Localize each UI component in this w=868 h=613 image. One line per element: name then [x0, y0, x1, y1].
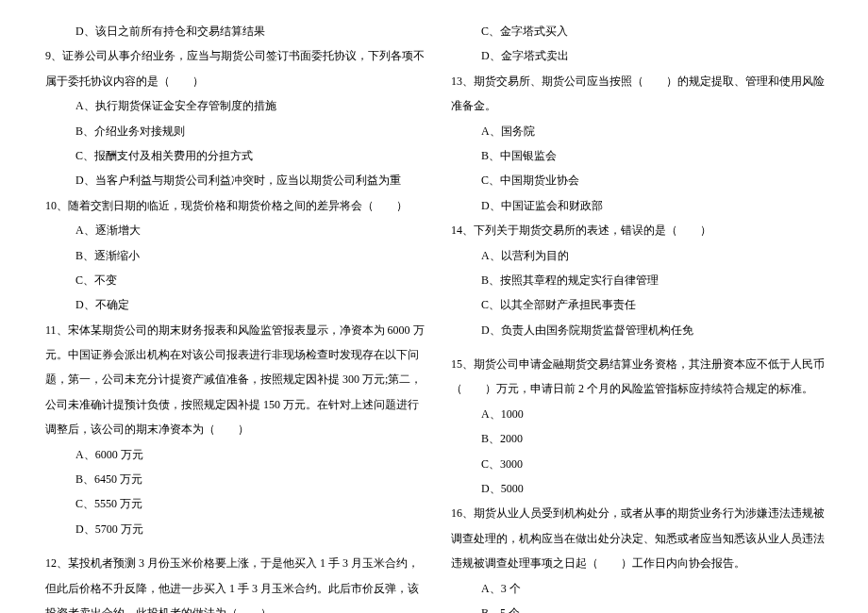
- q9-option-a: A、执行期货保证金安全存管制度的措施: [38, 93, 425, 118]
- q10-option-c: C、不变: [38, 268, 425, 292]
- page-content: D、该日之前所有持仓和交易结算结果 9、证券公司从事介绍业务，应当与期货公司签订…: [0, 19, 868, 613]
- q9-option-b: B、介绍业务对接规则: [38, 119, 425, 143]
- q15-option-c: C、3000: [443, 452, 830, 476]
- q11-option-c: C、5550 万元: [38, 491, 425, 516]
- q13-option-a: A、国务院: [443, 119, 830, 143]
- q14-option-c: C、以其全部财产承担民事责任: [443, 292, 830, 317]
- q15-option-d: D、5000: [443, 476, 830, 501]
- q14-question: 14、下列关于期货交易所的表述，错误的是（ ）: [443, 218, 830, 242]
- q11-option-a: A、6000 万元: [38, 442, 425, 467]
- q10-option-d: D、不确定: [38, 292, 425, 317]
- q10-question: 10、随着交割日期的临近，现货价格和期货价格之间的差异将会（ ）: [38, 193, 425, 218]
- q11-option-b: B、6450 万元: [38, 467, 425, 491]
- q9-question: 9、证券公司从事介绍业务，应当与期货公司签订书面委托协议，下列各项不属于委托协议…: [38, 43, 425, 93]
- q9-option-d: D、当客户利益与期货公司利益冲突时，应当以期货公司利益为重: [38, 168, 425, 192]
- q13-option-c: C、中国期货业协会: [443, 168, 830, 192]
- q16-option-a: A、3 个: [443, 576, 830, 601]
- q10-option-a: A、逐渐增大: [38, 218, 425, 242]
- q14-option-d: D、负责人由国务院期货监督管理机构任免: [443, 318, 830, 342]
- q12-option-d: D、金字塔式卖出: [443, 43, 830, 68]
- q11-question: 11、宋体某期货公司的期末财务报表和风险监管报表显示，净资本为 6000 万元。…: [38, 318, 425, 442]
- q10-option-b: B、逐渐缩小: [38, 243, 425, 268]
- right-column: C、金字塔式买入 D、金字塔式卖出 13、期货交易所、期货公司应当按照（ ）的规…: [443, 19, 830, 613]
- q13-question: 13、期货交易所、期货公司应当按照（ ）的规定提取、管理和使用风险准备金。: [443, 69, 830, 119]
- q15-question: 15、期货公司申请金融期货交易结算业务资格，其注册资本应不低于人民币（ ）万元，…: [443, 352, 830, 402]
- q13-option-d: D、中国证监会和财政部: [443, 193, 830, 218]
- q15-option-b: B、2000: [443, 426, 830, 451]
- q13-option-b: B、中国银监会: [443, 143, 830, 168]
- q8-option-d: D、该日之前所有持仓和交易结算结果: [38, 19, 425, 43]
- q9-option-c: C、报酬支付及相关费用的分担方式: [38, 143, 425, 168]
- left-column: D、该日之前所有持仓和交易结算结果 9、证券公司从事介绍业务，应当与期货公司签订…: [38, 19, 425, 613]
- q11-option-d: D、5700 万元: [38, 517, 425, 541]
- q16-question: 16、期货从业人员受到机构处分，或者从事的期货业务行为涉嫌违法违规被调查处理的，…: [443, 501, 830, 575]
- q15-option-a: A、1000: [443, 402, 830, 426]
- q12-question: 12、某投机者预测 3 月份玉米价格要上涨，于是他买入 1 手 3 月玉米合约，…: [38, 551, 425, 613]
- q12-option-c: C、金字塔式买入: [443, 19, 830, 43]
- q16-option-b: B、5 个: [443, 601, 830, 613]
- q14-option-b: B、按照其章程的规定实行自律管理: [443, 268, 830, 292]
- q14-option-a: A、以营利为目的: [443, 243, 830, 268]
